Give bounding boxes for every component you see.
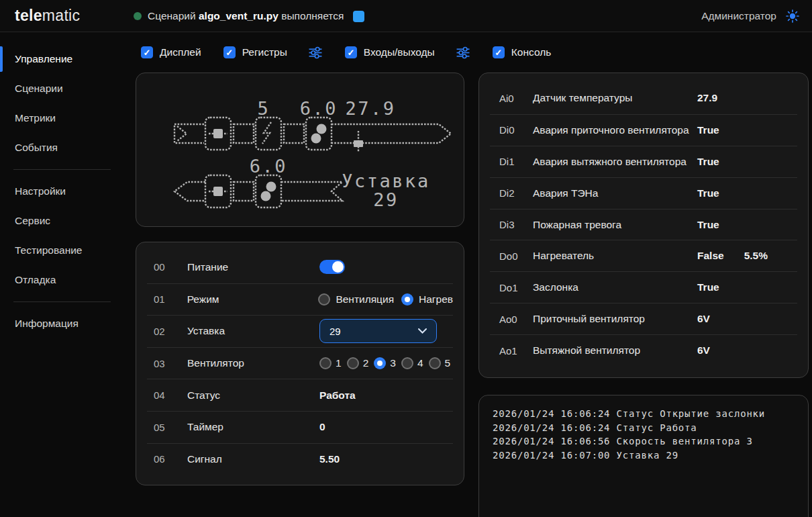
io-code: Do1 bbox=[499, 282, 533, 293]
header-bar: telematic Сценарий algo_vent_ru.py выпол… bbox=[0, 0, 812, 32]
io-label: Авария вытяжного вентилятора bbox=[533, 156, 697, 168]
scenario-filename: algo_vent_ru.py bbox=[199, 10, 278, 21]
radio-icon[interactable] bbox=[429, 357, 441, 369]
io-code: Ao1 bbox=[499, 345, 533, 357]
running-status-dot-icon bbox=[134, 12, 142, 20]
lcd-heater-box bbox=[256, 117, 281, 150]
io-value: False bbox=[697, 250, 724, 262]
io-filter-button[interactable] bbox=[456, 46, 470, 60]
register-label: Статус bbox=[187, 389, 319, 402]
io-row-ao1: Ao1 Вытяжной вентилятор 6V bbox=[490, 334, 797, 366]
sidebar-item-events[interactable]: События bbox=[0, 133, 134, 162]
register-address: 00 bbox=[154, 261, 187, 273]
io-label: Заслонка bbox=[533, 281, 697, 293]
io-row-ao0: Ao0 Приточный вентилятор 6V bbox=[490, 303, 797, 334]
checkbox-icon[interactable] bbox=[345, 46, 357, 58]
checkbox-icon[interactable] bbox=[493, 46, 505, 58]
io-row-di0: Di0 Авария приточного вентилятора True bbox=[490, 114, 797, 146]
io-label: Приточный вентилятор bbox=[533, 313, 697, 325]
lcd-supply-fan-box bbox=[306, 117, 332, 150]
setpoint-select[interactable]: 29 bbox=[319, 319, 437, 343]
register-row-mode: 01 Режим Вентиляция Нагрев bbox=[147, 283, 453, 316]
sidebar-item-service[interactable]: Сервис bbox=[0, 206, 134, 236]
radio-icon[interactable] bbox=[401, 357, 413, 369]
registers-filter-button[interactable] bbox=[308, 46, 323, 60]
io-row-do0: Do0 Нагреватель False 5.5% bbox=[490, 240, 797, 271]
view-toggle-console[interactable]: Консоль bbox=[493, 46, 552, 58]
sidebar-divider bbox=[13, 301, 111, 302]
lcd-fan-icon bbox=[266, 182, 276, 192]
io-code: Di2 bbox=[499, 187, 533, 199]
io-row-ai0: Ai0 Датчик температуры 27.9 bbox=[490, 83, 797, 114]
view-toggle-label: Регистры bbox=[242, 46, 287, 58]
io-code: Ao0 bbox=[499, 314, 533, 325]
fan-speed-option-2[interactable]: 2 bbox=[347, 357, 369, 369]
lcd-fan-icon bbox=[317, 124, 327, 134]
view-toggle-display[interactable]: Дисплей bbox=[141, 46, 201, 58]
app-root: telematic Сценарий algo_vent_ru.py выпол… bbox=[0, 0, 812, 517]
radio-icon[interactable] bbox=[318, 293, 330, 306]
io-panel: Ai0 Датчик температуры 27.9 Di0 Авария п… bbox=[478, 73, 809, 378]
fan-speed-option-1[interactable]: 1 bbox=[319, 357, 342, 369]
register-row-timer: 05 Таймер 0 bbox=[147, 411, 453, 443]
lcd-supply-intake-chevron bbox=[177, 126, 187, 141]
console-log-line: 2026/01/24 16:06:56 Скорость вентилятора… bbox=[493, 434, 795, 449]
register-row-fan-speed: 03 Вентилятор 1 2 3 bbox=[147, 347, 453, 379]
register-address: 02 bbox=[154, 326, 187, 337]
sidebar-item-control[interactable]: Управление bbox=[0, 44, 134, 74]
scenario-status: Сценарий algo_vent_ru.py выполняется bbox=[134, 0, 364, 32]
status-value: Работа bbox=[319, 389, 356, 402]
theme-toggle-button[interactable] bbox=[785, 9, 800, 23]
fan-speed-radio-group: 1 2 3 4 5 bbox=[319, 357, 450, 369]
lcd-setpoint-label: Уставка bbox=[342, 171, 429, 191]
lcd-supply-outlet bbox=[332, 124, 451, 143]
io-code: Di1 bbox=[499, 156, 533, 167]
sidebar-item-info[interactable]: Информация bbox=[0, 309, 134, 338]
radio-icon[interactable] bbox=[347, 357, 359, 369]
radio-icon[interactable] bbox=[319, 357, 332, 369]
sidebar-item-debug[interactable]: Отладка bbox=[0, 265, 134, 295]
checkbox-icon[interactable] bbox=[141, 46, 153, 58]
io-label: Датчик температуры bbox=[533, 92, 697, 104]
sidebar-item-settings[interactable]: Настройки bbox=[0, 177, 134, 206]
setpoint-select-value: 29 bbox=[329, 326, 341, 337]
io-row-di2: Di2 Авария ТЭНа True bbox=[490, 177, 797, 209]
view-toggle-registers[interactable]: Регистры bbox=[223, 46, 287, 58]
register-row-signal: 06 Сигнал 5.50 bbox=[147, 443, 453, 475]
sidebar-item-testing[interactable]: Тестирование bbox=[0, 236, 134, 265]
io-value: True bbox=[697, 156, 719, 168]
register-row-power: 00 Питание bbox=[147, 251, 453, 283]
io-row-do1: Do1 Заслонка True bbox=[490, 271, 797, 303]
register-address: 06 bbox=[154, 453, 187, 465]
io-label: Авария ТЭНа bbox=[533, 187, 697, 199]
fan-speed-option-5[interactable]: 5 bbox=[429, 357, 451, 369]
radio-label: 3 bbox=[390, 357, 396, 369]
stop-scenario-button[interactable] bbox=[353, 11, 364, 22]
sun-icon bbox=[786, 9, 799, 23]
register-address: 04 bbox=[154, 389, 187, 401]
fan-speed-option-3[interactable]: 3 bbox=[374, 357, 396, 369]
sidebar-item-metrics[interactable]: Метрики bbox=[0, 103, 134, 133]
sliders-icon bbox=[308, 46, 323, 60]
checkbox-icon[interactable] bbox=[223, 46, 236, 58]
io-code: Di0 bbox=[499, 124, 533, 136]
io-value: 6V bbox=[697, 313, 710, 325]
mode-option-heating[interactable]: Нагрев bbox=[401, 293, 453, 306]
radio-icon[interactable] bbox=[374, 357, 386, 369]
fan-speed-option-4[interactable]: 4 bbox=[401, 357, 423, 369]
radio-icon[interactable] bbox=[401, 293, 413, 306]
sidebar-divider bbox=[13, 169, 111, 170]
sidebar-item-scenarios[interactable]: Сценарии bbox=[0, 74, 134, 103]
register-address: 01 bbox=[154, 293, 187, 305]
io-value: True bbox=[697, 219, 719, 231]
scenario-suffix: выполняется bbox=[281, 10, 344, 21]
io-value: True bbox=[697, 124, 719, 136]
mode-option-ventilation[interactable]: Вентиляция bbox=[318, 293, 394, 306]
view-toggle-label: Дисплей bbox=[160, 46, 201, 58]
io-value: True bbox=[697, 187, 719, 199]
chevron-down-icon bbox=[418, 328, 427, 334]
power-toggle[interactable] bbox=[319, 260, 345, 274]
sliders-icon bbox=[456, 46, 470, 60]
lcd-temp-value: 27.9 bbox=[345, 98, 395, 119]
view-toggle-io[interactable]: Входы/выходы bbox=[345, 46, 435, 58]
